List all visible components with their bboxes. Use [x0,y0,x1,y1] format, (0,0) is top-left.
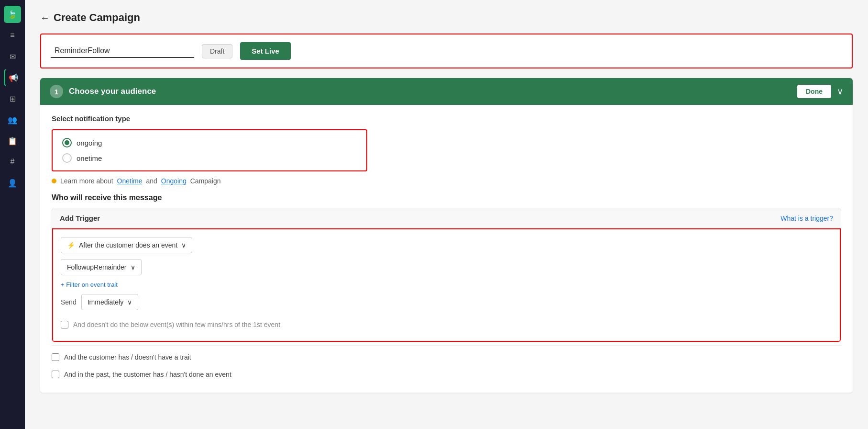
event-dropdown-row: ⚡ After the customer does an event ∨ [61,237,832,253]
tag-icon[interactable]: # [4,153,21,170]
mail-icon[interactable]: ✉ [4,48,21,65]
trait-checkbox[interactable] [52,353,59,361]
add-trigger-box: Add Trigger What is a trigger? ⚡ After t… [52,208,841,342]
campaign-bar: Draft Set Live [40,34,853,68]
divider [52,345,841,346]
past-event-label: And in the past, the customer has / hasn… [64,371,231,378]
section-header-right: Done ∨ [797,85,843,98]
doesnt-do-event-checkbox[interactable] [61,321,68,328]
filter-link[interactable]: + Filter on event trait [61,281,118,288]
section-header: 1 Choose your audience Done ∨ [40,78,853,105]
info-text-post: Campaign [190,177,221,185]
page-title: Create Campaign [54,11,140,24]
event-chevron-icon: ∨ [181,241,186,249]
section-header-title: Choose your audience [69,87,156,96]
draft-badge: Draft [202,44,232,58]
immediately-label: Immediately [88,298,123,306]
radio-option-ongoing[interactable]: ongoing [62,138,357,147]
info-dot-icon [52,179,56,183]
past-event-checkbox[interactable] [52,371,59,378]
section-1-card: 1 Choose your audience Done ∨ Select not… [40,78,853,393]
notification-type-label: Select notification type [52,114,841,123]
radio-ongoing-label: ongoing [77,139,102,147]
event-trigger-label: After the customer does an event [79,241,177,249]
and-text: and [146,177,157,185]
onetime-link[interactable]: Onetime [117,177,143,185]
main-content: ← Create Campaign Draft Set Live 1 Choos… [25,0,868,429]
section-header-left: 1 Choose your audience [50,85,156,98]
chevron-down-icon[interactable]: ∨ [837,86,843,97]
trait-label: And the customer has / doesn't have a tr… [64,353,191,361]
doesnt-do-event-label: And doesn't do the below event(s) within… [73,321,280,328]
immediately-dropdown[interactable]: Immediately ∨ [81,294,138,310]
menu-icon[interactable]: ≡ [4,27,21,44]
done-button[interactable]: Done [797,85,831,98]
logo-icon: 🍃 [4,6,21,23]
radio-ongoing-circle [62,138,72,147]
followup-row: FollowupRemainder ∨ [61,259,832,275]
followup-chevron-icon: ∨ [131,263,135,271]
ongoing-link[interactable]: Ongoing [161,177,187,185]
event-trigger-dropdown[interactable]: ⚡ After the customer does an event ∨ [61,237,192,253]
campaign-name-input[interactable] [51,45,194,58]
back-button[interactable]: ← [40,12,50,23]
info-text-pre: Learn more about [60,177,113,185]
sidebar: 🍃 ≡ ✉ 📢 ⊞ 👥 📋 # 👤 [0,0,25,429]
page-header: ← Create Campaign [40,11,853,24]
followup-label: FollowupRemainder [67,263,127,271]
radio-onetime-label: onetime [77,154,102,162]
add-trigger-title: Add Trigger [60,214,100,222]
people-icon[interactable]: 👥 [4,111,21,128]
list-icon[interactable]: 📋 [4,132,21,149]
radio-onetime-circle [62,153,72,163]
doesnt-do-event-row: And doesn't do the below event(s) within… [61,316,832,333]
step-number: 1 [50,85,63,98]
lightning-icon: ⚡ [67,241,75,249]
trait-checkbox-row: And the customer has / doesn't have a tr… [52,349,841,366]
followup-dropdown[interactable]: FollowupRemainder ∨ [61,259,142,275]
send-label: Send [61,298,77,306]
trigger-body: ⚡ After the customer does an event ∨ Fol… [52,228,841,342]
add-trigger-header: Add Trigger What is a trigger? [52,208,841,228]
radio-option-onetime[interactable]: onetime [62,153,357,163]
info-line: Learn more about Onetime and Ongoing Cam… [52,177,841,185]
what-is-trigger-link[interactable]: What is a trigger? [780,214,833,222]
send-row: Send Immediately ∨ [61,294,832,310]
immediately-chevron-icon: ∨ [127,298,132,306]
radio-ongoing-inner [65,140,69,145]
radio-group: ongoing onetime [52,129,367,171]
person-add-icon[interactable]: 👤 [4,174,21,192]
who-label: Who will receive this message [52,193,841,202]
set-live-button[interactable]: Set Live [240,42,291,60]
campaigns-icon[interactable]: 📢 [4,69,21,86]
past-event-checkbox-row: And in the past, the customer has / hasn… [52,366,841,383]
grid-icon[interactable]: ⊞ [4,90,21,107]
section-body: Select notification type ongoing onetime [40,105,853,393]
